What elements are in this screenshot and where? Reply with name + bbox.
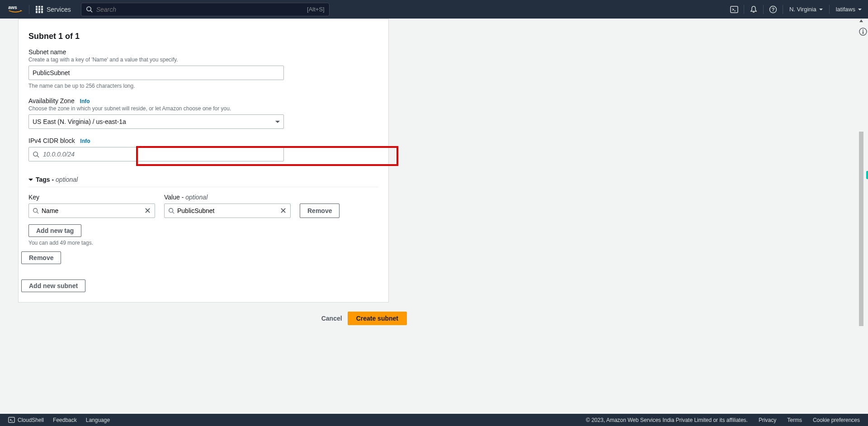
region-selector[interactable]: N. Virginia	[783, 0, 829, 19]
svg-text:?: ?	[772, 7, 775, 12]
search-icon	[86, 6, 93, 13]
top-header: aws Services [Alt+S] ? N. Virginia	[0, 0, 868, 19]
chevron-down-icon	[819, 9, 823, 10]
svg-line-2	[90, 10, 92, 12]
search-box[interactable]: [Alt+S]	[81, 3, 330, 16]
services-label: Services	[47, 6, 71, 13]
cloudshell-icon-button[interactable]	[725, 0, 744, 19]
svg-point-1	[87, 7, 91, 11]
chevron-down-icon	[858, 9, 862, 10]
global-search: [Alt+S]	[81, 3, 330, 16]
help-icon-button[interactable]: ?	[764, 0, 783, 19]
account-label: latifaws	[836, 6, 855, 13]
notifications-icon-button[interactable]	[744, 0, 763, 19]
region-label: N. Virginia	[789, 6, 816, 13]
account-menu[interactable]: latifaws	[830, 0, 868, 19]
svg-text:aws: aws	[8, 5, 17, 10]
search-input[interactable]	[96, 6, 303, 13]
search-shortcut-hint: [Alt+S]	[307, 6, 325, 13]
grid-icon	[36, 6, 43, 13]
aws-logo[interactable]: aws	[0, 5, 29, 14]
services-button[interactable]: Services	[29, 6, 77, 13]
header-right: ? N. Virginia latifaws	[725, 0, 868, 19]
